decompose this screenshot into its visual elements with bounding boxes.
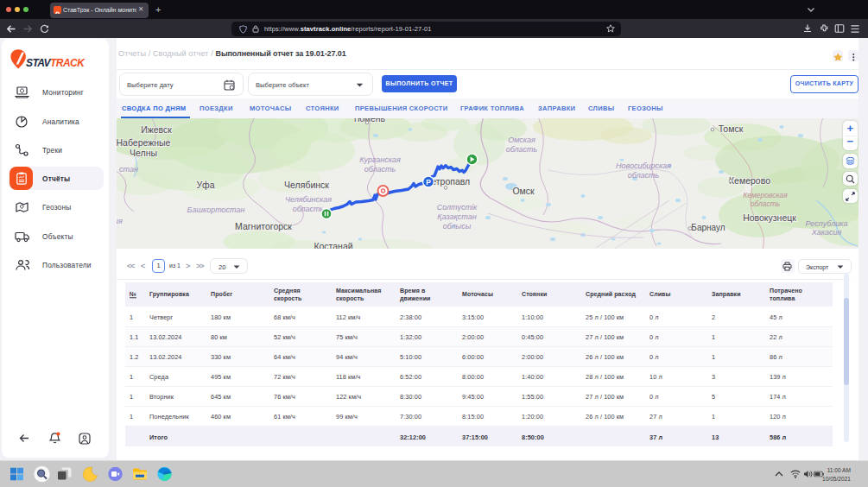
svg-text:Уфа: Уфа — [196, 180, 214, 190]
svg-text:Челны: Челны — [130, 148, 157, 158]
svg-text:Солтүстік: Солтүстік — [437, 203, 478, 212]
svg-text:Ижевск: Ижевск — [141, 124, 172, 135]
svg-text:Курганская: Курганская — [359, 155, 401, 164]
svg-text:Тюмень: Тюмень — [352, 118, 386, 123]
svg-text:Новокузнецк: Новокузнецк — [743, 212, 796, 223]
svg-text:Челябинск: Челябинск — [284, 180, 329, 190]
svg-text:Башкортостан: Башкортостан — [187, 206, 245, 214]
svg-text:Костанай: Костанай — [314, 241, 352, 249]
svg-text:область: область — [628, 171, 660, 180]
svg-text:Кемеровская: Кемеровская — [743, 191, 788, 199]
svg-text:Кемерово: Кемерово — [729, 175, 770, 186]
svg-text:Омск: Омск — [512, 186, 535, 196]
svg-text:облысы: облысы — [443, 222, 472, 231]
svg-text:Барнаул: Барнаул — [691, 223, 725, 232]
svg-text:Хакасия: Хакасия — [811, 228, 842, 237]
svg-text:область: область — [751, 199, 781, 208]
svg-text:Набережные: Набережные — [117, 137, 171, 148]
svg-text:Томск: Томск — [719, 123, 744, 134]
svg-text:область: область — [364, 165, 396, 174]
svg-text:P: P — [426, 178, 431, 187]
svg-text:Новосибирская: Новосибирская — [616, 161, 671, 170]
svg-text:стан: стан — [119, 165, 138, 174]
svg-text:Қазақстан: Қазақстан — [437, 212, 476, 221]
svg-text:ия: ия — [117, 217, 123, 225]
svg-text:Омская: Омская — [508, 136, 535, 144]
svg-text:Республика: Республика — [805, 219, 847, 228]
svg-text:Магнитогорск: Магнитогорск — [235, 221, 292, 231]
svg-text:область: область — [293, 205, 325, 213]
svg-text:Челябинская: Челябинская — [285, 195, 332, 204]
svg-text:область: область — [506, 145, 538, 154]
